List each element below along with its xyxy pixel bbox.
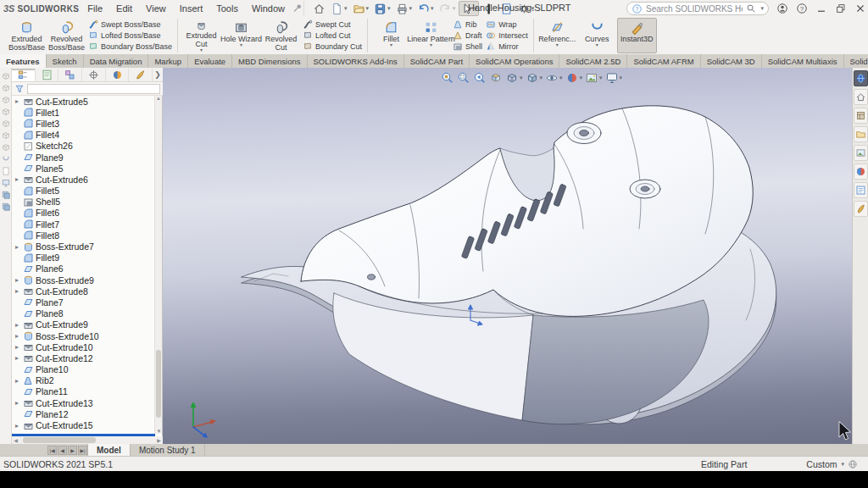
- expand-arrow-icon[interactable]: ▸: [12, 243, 22, 251]
- tab-solidworks-add-ins[interactable]: SOLIDWORKS Add-Ins: [308, 54, 404, 68]
- undo-button[interactable]: ▾: [415, 1, 436, 16]
- tree-item-cut-extrude13[interactable]: ▸Cut-Extrude13: [12, 397, 155, 408]
- tree-item-fillet3[interactable]: Fillet3: [12, 118, 155, 129]
- expand-arrow-icon[interactable]: ▸: [12, 321, 22, 329]
- graphics-viewport[interactable]: ▾▾▾▾▾▾: [163, 68, 852, 444]
- zoom-area-button[interactable]: [457, 71, 470, 85]
- sweep-cut-button[interactable]: Swept Cut: [303, 19, 362, 30]
- tree-item-fillet6[interactable]: Fillet6: [12, 208, 155, 219]
- expand-arrow-icon[interactable]: ▸: [12, 422, 22, 430]
- panel-tab-dimxpert-manager[interactable]: [82, 69, 106, 81]
- extrude-boss-button[interactable]: ExtrudedBoss/Base: [7, 18, 47, 53]
- menu-window[interactable]: Window: [252, 3, 285, 14]
- cube-icon[interactable]: [1, 130, 11, 141]
- custom-properties-tab[interactable]: [854, 182, 868, 198]
- search-caret-icon[interactable]: ▾: [760, 5, 764, 12]
- tab-nav-first-button[interactable]: |◀: [47, 446, 57, 455]
- print-button[interactable]: ▾: [394, 1, 415, 16]
- panel-tab-property-manager[interactable]: [36, 69, 59, 81]
- save-button[interactable]: ▾: [372, 1, 392, 16]
- tab-solidcam-part[interactable]: SolidCAM Part: [404, 54, 470, 68]
- tree-item-plane11[interactable]: Plane11: [12, 386, 155, 397]
- menu-view[interactable]: View: [146, 3, 166, 14]
- help-button[interactable]: ?: [796, 3, 808, 14]
- menu-edit[interactable]: Edit: [116, 3, 132, 14]
- section-view-button[interactable]: [489, 71, 503, 85]
- instant3d-button[interactable]: Instant3D: [617, 18, 657, 53]
- zoom-fit-button[interactable]: [441, 71, 454, 85]
- cube-icon[interactable]: [1, 95, 11, 105]
- cube-icon[interactable]: [1, 107, 11, 117]
- revolve-boss-button[interactable]: RevolvedBoss/Base: [47, 18, 86, 53]
- search-icon[interactable]: [746, 3, 756, 14]
- tab-nav-prev-button[interactable]: ◀: [58, 446, 67, 455]
- hide-show-button[interactable]: ▾: [545, 71, 563, 85]
- tab-nav-last-button[interactable]: ▶|: [78, 446, 87, 455]
- tree-item-plane7[interactable]: Plane7: [12, 297, 155, 308]
- new-doc-button[interactable]: ▾: [329, 1, 349, 16]
- tab-solidcam-2-5d[interactable]: SolidCAM 2.5D: [559, 54, 627, 68]
- cube-icon[interactable]: [1, 71, 11, 81]
- tab-solidcam-3d[interactable]: SolidCAM 3D: [701, 54, 762, 68]
- extrude-cut-button[interactable]: ExtrudedCut▾: [181, 18, 221, 53]
- boundary-cut-button[interactable]: Boundary Cut: [303, 42, 362, 52]
- fillet-button[interactable]: Fillet▾: [371, 18, 411, 53]
- scrollbar-thumb[interactable]: [156, 350, 161, 418]
- tree-item-fillet9[interactable]: Fillet9: [12, 252, 155, 263]
- help-search-box[interactable]: ? Search SOLIDWORKS Help ▾: [626, 2, 769, 15]
- tree-item-fillet8[interactable]: Fillet8: [12, 230, 155, 241]
- panel-tab-cam-manager[interactable]: [129, 69, 153, 81]
- tree-item-cut-extrude6[interactable]: ▸Cut-Extrude6: [12, 174, 155, 185]
- curves-button[interactable]: Curves▾: [577, 18, 617, 53]
- revolve-cut-button[interactable]: RevolvedCut: [261, 18, 301, 53]
- tree-item-rib2[interactable]: ▸Rib2: [12, 375, 155, 386]
- cube-icon[interactable]: [1, 119, 11, 129]
- units-selector[interactable]: Custom ▾: [806, 459, 858, 469]
- tree-item-boss-extrude9[interactable]: ▸Boss-Extrude9: [12, 274, 155, 286]
- redo-button[interactable]: ▾: [437, 1, 458, 16]
- doc-tab-model[interactable]: Model: [87, 444, 131, 456]
- tab-solidcam-afrm[interactable]: SolidCAM AFRM: [627, 54, 700, 68]
- tree-item-plane5[interactable]: Plane5: [12, 163, 155, 174]
- tree-horizontal-scrollbar[interactable]: ◀ ▶: [12, 436, 163, 444]
- tab-data-migration[interactable]: Data Migration: [84, 54, 149, 68]
- tab-solidcam-turning[interactable]: SolidCAM Turning: [844, 54, 868, 68]
- cube-icon[interactable]: [1, 83, 11, 93]
- panel-tab-configuration-manager[interactable]: [58, 69, 82, 81]
- expand-arrow-icon[interactable]: ▸: [12, 287, 22, 295]
- boundary-button[interactable]: Boundary Boss/Base: [88, 42, 172, 52]
- tab-sketch[interactable]: Sketch: [47, 54, 84, 68]
- panel-flyout-arrow[interactable]: ❯: [153, 70, 163, 79]
- tree-item-plane10[interactable]: Plane10: [12, 364, 155, 375]
- expand-arrow-icon[interactable]: ▸: [12, 399, 22, 407]
- tab-solidcam-multiaxis[interactable]: SolidCAM Multiaxis: [762, 54, 844, 68]
- tab-evaluate[interactable]: Evaluate: [188, 54, 232, 68]
- tree-item-plane8[interactable]: Plane8: [12, 308, 155, 319]
- draft-button[interactable]: Draft: [453, 30, 482, 41]
- reference-geometry-button[interactable]: Referenc...▾: [537, 18, 577, 53]
- menu-file[interactable]: File: [87, 3, 103, 14]
- view-orientation-button[interactable]: ▾: [505, 71, 523, 85]
- loft-button[interactable]: Lofted Boss/Base: [88, 30, 172, 41]
- tree-item-cut-extrude15[interactable]: ▸Cut-Extrude15: [12, 419, 155, 430]
- tree-item-cut-extrude9[interactable]: ▸Cut-Extrude9: [12, 319, 155, 330]
- page-icon[interactable]: [1, 166, 11, 176]
- rib-button[interactable]: Rib: [453, 19, 482, 30]
- view-palette-tab[interactable]: [854, 145, 868, 161]
- panel-tab-display-manager[interactable]: [106, 69, 130, 81]
- display-style-button[interactable]: ▾: [526, 71, 543, 85]
- tree-item-plane12[interactable]: Plane12: [12, 408, 155, 419]
- cube-icon[interactable]: [1, 142, 11, 152]
- open-button[interactable]: ▾: [351, 1, 371, 16]
- tree-item-shell5[interactable]: Shell5: [12, 197, 155, 208]
- tree-item-boss-extrude7[interactable]: ▸Boss-Extrude7: [12, 241, 155, 252]
- tree-filter-input[interactable]: [27, 84, 160, 94]
- tree-item-cut-extrude8[interactable]: ▸Cut-Extrude8: [12, 286, 155, 297]
- sweep-button[interactable]: Swept Boss/Base: [88, 19, 172, 30]
- doc-tab-motion-study-1[interactable]: Motion Study 1: [131, 444, 205, 456]
- expand-arrow-icon[interactable]: ▸: [12, 175, 22, 183]
- view-settings-button[interactable]: ▾: [605, 71, 623, 85]
- tree-item-boss-extrude10[interactable]: ▸Boss-Extrude10: [12, 330, 155, 341]
- tree-item-sketch26[interactable]: Sketch26: [12, 141, 155, 152]
- tree-item-fillet7[interactable]: Fillet7: [12, 219, 155, 230]
